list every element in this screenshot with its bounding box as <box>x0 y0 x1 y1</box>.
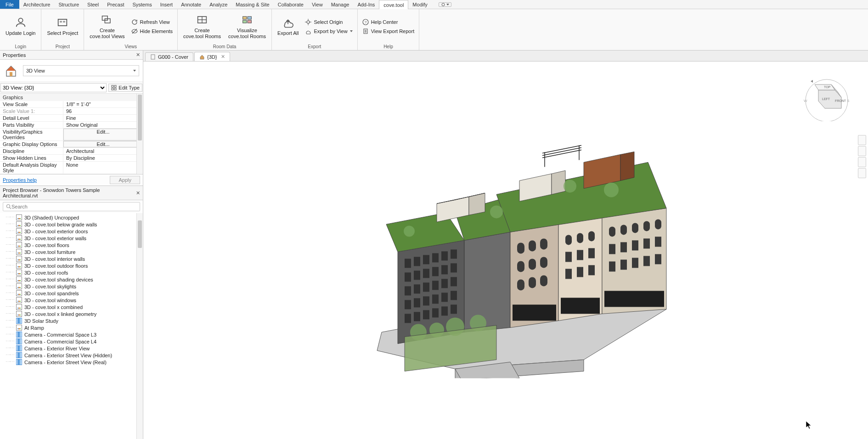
help-center-button[interactable]: ? Help Center <box>361 18 417 26</box>
browser-search[interactable] <box>3 202 140 211</box>
canvas[interactable]: TOP LEFT FRONT W S <box>143 62 868 439</box>
menu-steel[interactable]: Steel <box>83 0 103 9</box>
create-views-button[interactable]: Create cove.tool Views <box>87 12 127 40</box>
apply-button[interactable]: Apply <box>110 176 140 184</box>
menu-playback-dropdown[interactable] <box>432 0 456 9</box>
property-row[interactable]: DisciplineArchitectural <box>0 148 143 155</box>
nav-orbit-button[interactable] <box>858 168 866 178</box>
tree-item[interactable]: ⋯⋯Camera - Exterior Street View (Hidden) <box>0 352 143 359</box>
tree-item[interactable]: ⋯⋯3D - cove.tool x linked geometry <box>0 310 143 317</box>
menu-collaborate[interactable]: Collaborate <box>274 0 308 9</box>
nav-zoom-button[interactable] <box>858 157 866 167</box>
scrollbar-thumb[interactable] <box>138 220 142 248</box>
browser-close-button[interactable]: ✕ <box>136 190 140 196</box>
tree-item[interactable]: ⋯⋯3D Solar Study <box>0 317 143 324</box>
property-row[interactable]: View Scale1/8" = 1'-0" <box>0 101 143 108</box>
tab-3d[interactable]: {3D} ✕ <box>194 52 230 61</box>
tab-cover[interactable]: G000 - Cover <box>145 52 193 61</box>
tree-item[interactable]: ⋯⋯3D - cove.tool x combined <box>0 304 143 310</box>
visualize-rooms-button[interactable]: Visualize cove.tool Rooms <box>225 12 269 40</box>
svg-rect-30 <box>114 88 116 90</box>
menu-analyze[interactable]: Analyze <box>205 0 231 9</box>
property-edit-button[interactable]: Edit... <box>63 129 143 141</box>
nav-wheel-button[interactable] <box>858 135 866 145</box>
edit-type-button[interactable]: Edit Type <box>108 84 142 92</box>
property-value[interactable]: Fine <box>63 115 143 121</box>
menu-modify[interactable]: Modify <box>408 0 431 9</box>
tree-item[interactable]: ⋯⋯3D - cove.tool spandrels <box>0 290 143 297</box>
menu-addins[interactable]: Add-Ins <box>353 0 379 9</box>
view-icon <box>16 256 22 262</box>
update-login-button[interactable]: Update Login <box>3 15 38 37</box>
tree-item[interactable]: ⋯⋯3D - cove.tool furniture <box>0 248 143 255</box>
export-by-view-button[interactable]: Export by View <box>303 27 354 35</box>
menu-annotate[interactable]: Annotate <box>177 0 205 9</box>
tree-item[interactable]: ⋯⋯3D - cove.tool roofs <box>0 269 143 276</box>
menu-structure[interactable]: Structure <box>54 0 83 9</box>
menu-manage[interactable]: Manage <box>327 0 354 9</box>
property-value[interactable]: None <box>63 162 143 174</box>
export-all-button[interactable]: Export All <box>275 15 301 37</box>
tree-item[interactable]: ⋯⋯3D - cove.tool windows <box>0 297 143 304</box>
menu-insert[interactable]: Insert <box>156 0 177 9</box>
properties-scrollbar[interactable] <box>136 94 143 174</box>
svg-rect-99 <box>609 261 615 271</box>
view-report-button[interactable]: View Export Report <box>361 27 417 35</box>
menu-systems[interactable]: Systems <box>128 0 156 9</box>
select-project-button[interactable]: Select Project <box>44 15 81 37</box>
menu-massing-site[interactable]: Massing & Site <box>231 0 273 9</box>
property-value[interactable]: By Discipline <box>63 155 143 161</box>
view-type-selector[interactable]: 3D View <box>23 65 139 76</box>
tab-close-button[interactable]: ✕ <box>221 54 225 60</box>
tree-item[interactable]: ⋯⋯3D - cove.tool floors <box>0 242 143 248</box>
property-edit-button[interactable]: Edit... <box>63 141 143 147</box>
property-value[interactable]: Show Original <box>63 122 143 128</box>
tree-item[interactable]: ⋯⋯At Ramp <box>0 324 143 331</box>
svg-point-15 <box>307 21 310 23</box>
ribbon-group-help-label: Help <box>361 43 417 50</box>
tree-item[interactable]: ⋯⋯3D - cove.tool outdoor floors <box>0 262 143 269</box>
svg-rect-56 <box>432 281 439 290</box>
property-row[interactable]: Default Analysis Display StyleNone <box>0 162 143 174</box>
instance-selector[interactable]: 3D View: {3D} <box>0 83 107 92</box>
select-origin-button[interactable]: Select Origin <box>303 18 354 26</box>
property-value[interactable]: 1/8" = 1'-0" <box>63 101 143 107</box>
property-value[interactable]: 96 <box>63 108 143 114</box>
property-section-graphics[interactable]: Graphics ⌃ <box>0 94 143 101</box>
tree-item[interactable]: ⋯⋯3D - cove.tool interior walls <box>0 255 143 262</box>
nav-pan-button[interactable] <box>858 146 866 156</box>
tree-item[interactable]: ⋯⋯3D (Shaded) Uncropped <box>0 214 143 221</box>
properties-help-link[interactable]: Properties help <box>3 177 37 183</box>
tree-item[interactable]: ⋯⋯3D - cove.tool exterior doors <box>0 228 143 235</box>
tree-item[interactable]: ⋯⋯Camera - Exterior Street View (Real) <box>0 359 143 366</box>
property-row[interactable]: Scale Value 1:96 <box>0 108 143 115</box>
tree-item[interactable]: ⋯⋯Camera - Exterior River View <box>0 345 143 352</box>
viewcube[interactable]: TOP LEFT FRONT W S <box>799 75 854 121</box>
property-row[interactable]: Visibility/Graphics OverridesEdit... <box>0 129 143 141</box>
property-row[interactable]: Parts VisibilityShow Original <box>0 122 143 129</box>
menu-architecture[interactable]: Architecture <box>19 0 55 9</box>
svg-rect-54 <box>414 284 420 293</box>
search-input[interactable] <box>11 204 137 209</box>
properties-close-button[interactable]: ✕ <box>136 52 140 58</box>
tree-item[interactable]: ⋯⋯3D - cove.tool exterior walls <box>0 235 143 242</box>
property-row[interactable]: Graphic Display OptionsEdit... <box>0 141 143 148</box>
hide-elements-button[interactable]: Hide Elements <box>130 27 175 35</box>
tree-item[interactable]: ⋯⋯3D - cove.tool shading devices <box>0 276 143 283</box>
property-value[interactable]: Architectural <box>63 148 143 154</box>
tree-item[interactable]: ⋯⋯3D - cove.tool skylights <box>0 283 143 290</box>
property-row[interactable]: Show Hidden LinesBy Discipline <box>0 155 143 162</box>
property-row[interactable]: Detail LevelFine <box>0 115 143 122</box>
browser-title: Project Browser - Snowdon Towers Sample … <box>3 187 136 198</box>
menu-covetool[interactable]: cove.tool <box>379 0 408 9</box>
create-rooms-button[interactable]: Create cove.tool Rooms <box>180 12 224 40</box>
tree-item[interactable]: ⋯⋯3D - cove.tool below grade walls <box>0 221 143 228</box>
menu-precast[interactable]: Precast <box>103 0 128 9</box>
tree-item[interactable]: ⋯⋯Camera - Commercial Space L4 <box>0 338 143 345</box>
refresh-view-button[interactable]: Refresh View <box>130 18 175 26</box>
menu-file[interactable]: File <box>0 0 19 9</box>
scrollbar-thumb[interactable] <box>138 95 142 141</box>
tree-item[interactable]: ⋯⋯Camera - Commercial Space L3 <box>0 331 143 338</box>
menu-view[interactable]: View <box>308 0 327 9</box>
browser-scrollbar[interactable] <box>136 213 143 439</box>
